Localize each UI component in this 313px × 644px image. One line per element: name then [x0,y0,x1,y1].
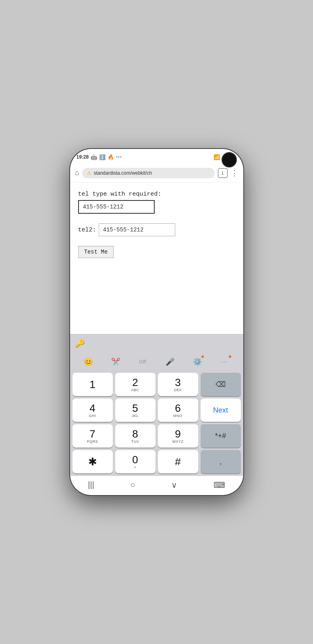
key-7[interactable]: 7 PQRS [73,424,113,448]
web-content: tel type with required: tel2: Test Me [70,183,243,334]
key-5[interactable]: 5 JKL [115,398,155,422]
key-asterisk-symbol: ✱ [88,456,97,467]
key-2[interactable]: 2 ABC [115,373,155,396]
key-3-letters: DEF [174,388,182,392]
key-7-letters: PQRS [87,440,98,444]
nav-bar: ||| ○ ∨ ⌨ [70,476,243,495]
key-4[interactable]: 4 GHI [73,398,113,422]
key-3[interactable]: 3 DEF [158,373,198,396]
more-icon: ··· [221,358,228,365]
recent-nav-icon: ∨ [171,481,177,489]
key-6-number: 6 [175,403,180,413]
key-comma[interactable]: , [201,450,241,473]
numpad-grid: 1 2 ABC 3 DEF ⌫ 4 GHI 5 JKL 6 MNO Next [70,371,243,476]
key-3-number: 3 [175,377,180,388]
key-1-number: 1 [89,379,95,390]
tel2-section: tel2: [78,223,235,236]
tel1-label: tel type with required: [78,191,235,198]
key-8-number: 8 [132,429,138,439]
gif-icon: GIF [139,359,147,365]
home-nav-icon: ○ [130,480,135,489]
comma-symbol: , [220,458,222,466]
key-hash-symbol: # [175,456,180,467]
key-4-letters: GHI [89,414,96,418]
url-bar[interactable]: ⚠ standardista.com/webkit/ch [82,168,214,178]
key-0-number: 0 [132,454,138,465]
submit-section: Test Me [78,246,235,258]
test-me-button[interactable]: Test Me [78,246,114,258]
key-6-letters: MNO [173,414,182,418]
key-icon: 🔑 [75,339,85,348]
status-left: 19:28 🤖 ℹ️ 🔥 ··· [77,154,122,160]
sticker-button[interactable]: ✂️ [108,355,123,369]
back-nav-button[interactable]: ||| [88,480,94,489]
camera [222,152,237,167]
warning-icon: ⚠ [87,170,91,176]
emoji-button[interactable]: 😊 [81,355,95,369]
menu-button[interactable]: ⋮ [231,169,238,178]
status-bar: 19:28 🤖 ℹ️ 🔥 ··· 📶 ▐▌ 🔋 [70,149,243,163]
tel2-input[interactable] [99,223,175,236]
key-2-letters: ABC [131,388,139,392]
keyboard-nav-icon: ⌨ [214,481,225,489]
backspace-icon: ⌫ [216,380,226,389]
key-6[interactable]: 6 MNO [158,398,198,422]
phone-frame: 19:28 🤖 ℹ️ 🔥 ··· 📶 ▐▌ 🔋 ⌂ ⚠ standardista… [70,149,243,495]
tel2-label: tel2: [78,227,96,233]
more-dots: ··· [116,154,122,160]
keyboard-top-row: 😊 ✂️ GIF 🎤 ⚙️ ··· [70,352,243,371]
tel1-input[interactable] [78,200,155,214]
tel1-section: tel type with required: [78,191,235,214]
firefox-icon: 🔥 [108,154,114,160]
key-1[interactable]: 1 [73,373,113,396]
android-icon: 🤖 [91,154,97,160]
url-text: standardista.com/webkit/ch [93,170,152,176]
key-next[interactable]: Next [201,398,241,422]
home-button[interactable]: ⌂ [75,169,79,177]
key-8-letters: TUV [131,440,139,444]
settings-button[interactable]: ⚙️ [190,355,205,369]
key-5-number: 5 [132,403,138,413]
recent-nav-button[interactable]: ∨ [171,480,177,490]
key-9-letters: WXYZ [172,440,184,444]
gear-icon: ⚙️ [193,357,202,366]
star-plus-hash-label: *+# [215,432,226,440]
next-label: Next [213,406,228,415]
gif-button[interactable]: GIF [136,355,150,369]
key-9-number: 9 [175,429,180,439]
info-icon: ℹ️ [99,154,106,160]
mic-icon: 🎤 [166,357,174,366]
home-nav-button[interactable]: ○ [130,480,135,489]
key-backspace[interactable]: ⌫ [201,373,241,396]
wifi-icon: 📶 [214,154,220,160]
emoji-icon: 😊 [84,357,93,366]
more-notification-dot [229,355,231,358]
settings-notification-dot [201,355,204,358]
key-4-number: 4 [89,403,95,413]
key-hash[interactable]: # [158,450,198,473]
key-asterisk[interactable]: ✱ [73,450,113,473]
tab-button[interactable]: 1 [218,168,228,178]
key-0-plus: + [134,465,137,469]
key-9[interactable]: 9 WXYZ [158,424,198,448]
key-star-plus-hash[interactable]: *+# [201,424,241,448]
keyboard-toolbar: 🔑 [70,334,243,352]
key-7-number: 7 [89,429,95,439]
key-5-letters: JKL [132,414,139,418]
back-nav-icon: ||| [88,480,94,489]
key-0[interactable]: 0 + [115,450,155,473]
mic-button[interactable]: 🎤 [163,355,177,369]
key-8[interactable]: 8 TUV [115,424,155,448]
time: 19:28 [77,154,89,160]
keyboard-nav-button[interactable]: ⌨ [214,480,225,490]
browser-bar: ⌂ ⚠ standardista.com/webkit/ch 1 ⋮ [70,163,243,183]
key-2-number: 2 [132,377,138,388]
more-button[interactable]: ··· [218,355,232,369]
sticker-icon: ✂️ [111,357,120,366]
